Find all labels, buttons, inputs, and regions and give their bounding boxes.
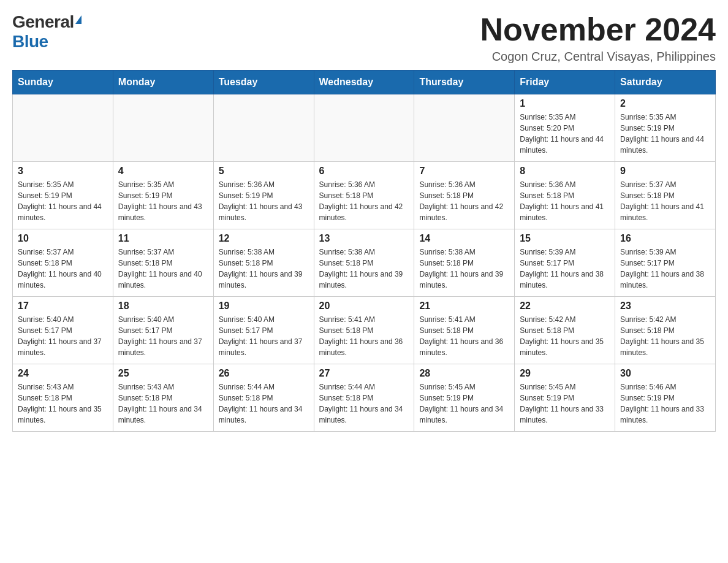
calendar-cell: 1Sunrise: 5:35 AMSunset: 5:20 PMDaylight… [515,94,615,162]
day-info: Sunrise: 5:42 AMSunset: 5:18 PMDaylight:… [520,314,610,358]
day-info: Sunrise: 5:45 AMSunset: 5:19 PMDaylight:… [419,381,509,426]
calendar-cell: 26Sunrise: 5:44 AMSunset: 5:18 PMDayligh… [213,364,314,432]
logo: General Blue [12,12,82,52]
calendar-cell: 22Sunrise: 5:42 AMSunset: 5:18 PMDayligh… [515,297,615,364]
day-info: Sunrise: 5:45 AMSunset: 5:19 PMDaylight:… [520,381,610,426]
calendar-cell: 12Sunrise: 5:38 AMSunset: 5:18 PMDayligh… [213,229,314,297]
day-number: 27 [319,368,409,379]
calendar-cell: 27Sunrise: 5:44 AMSunset: 5:18 PMDayligh… [314,364,414,432]
day-info: Sunrise: 5:36 AMSunset: 5:18 PMDaylight:… [419,179,509,223]
weekday-header-row: SundayMondayTuesdayWednesdayThursdayFrid… [13,71,716,94]
day-number: 16 [620,233,710,244]
weekday-header-saturday: Saturday [615,71,716,94]
calendar-cell: 24Sunrise: 5:43 AMSunset: 5:18 PMDayligh… [13,364,113,432]
day-number: 8 [520,166,610,177]
day-number: 12 [219,233,309,244]
day-number: 13 [319,233,409,244]
day-info: Sunrise: 5:38 AMSunset: 5:18 PMDaylight:… [319,247,409,291]
calendar-cell: 18Sunrise: 5:40 AMSunset: 5:17 PMDayligh… [113,297,213,364]
day-number: 17 [18,301,108,312]
logo-general-text: General [12,12,74,32]
calendar-table: SundayMondayTuesdayWednesdayThursdayFrid… [12,70,716,432]
day-number: 9 [620,166,710,177]
calendar-cell: 2Sunrise: 5:35 AMSunset: 5:19 PMDaylight… [615,94,716,162]
day-info: Sunrise: 5:38 AMSunset: 5:18 PMDaylight:… [219,247,309,291]
week-row-5: 24Sunrise: 5:43 AMSunset: 5:18 PMDayligh… [13,364,716,432]
day-info: Sunrise: 5:38 AMSunset: 5:18 PMDaylight:… [419,247,509,291]
weekday-header-tuesday: Tuesday [213,71,314,94]
day-number: 20 [319,301,409,312]
day-number: 1 [520,98,610,109]
page-header: General Blue November 2024 Cogon Cruz, C… [12,12,716,64]
calendar-cell [113,94,213,162]
day-info: Sunrise: 5:35 AMSunset: 5:19 PMDaylight:… [18,179,108,223]
day-info: Sunrise: 5:36 AMSunset: 5:18 PMDaylight:… [319,179,409,223]
week-row-3: 10Sunrise: 5:37 AMSunset: 5:18 PMDayligh… [13,229,716,297]
day-info: Sunrise: 5:35 AMSunset: 5:19 PMDaylight:… [118,179,208,223]
month-title: November 2024 [480,12,716,47]
calendar-cell: 5Sunrise: 5:36 AMSunset: 5:19 PMDaylight… [213,162,314,229]
day-number: 10 [18,233,108,244]
day-info: Sunrise: 5:37 AMSunset: 5:18 PMDaylight:… [118,247,208,291]
day-number: 15 [520,233,610,244]
weekday-header-monday: Monday [113,71,213,94]
day-info: Sunrise: 5:35 AMSunset: 5:19 PMDaylight:… [620,112,710,156]
calendar-cell: 13Sunrise: 5:38 AMSunset: 5:18 PMDayligh… [314,229,414,297]
calendar-cell [213,94,314,162]
day-number: 6 [319,166,409,177]
calendar-cell: 3Sunrise: 5:35 AMSunset: 5:19 PMDaylight… [13,162,113,229]
day-info: Sunrise: 5:42 AMSunset: 5:18 PMDaylight:… [620,314,710,358]
calendar-cell: 29Sunrise: 5:45 AMSunset: 5:19 PMDayligh… [515,364,615,432]
day-info: Sunrise: 5:39 AMSunset: 5:17 PMDaylight:… [520,247,610,291]
weekday-header-sunday: Sunday [13,71,113,94]
calendar-cell: 19Sunrise: 5:40 AMSunset: 5:17 PMDayligh… [213,297,314,364]
day-number: 18 [118,301,208,312]
location-title: Cogon Cruz, Central Visayas, Philippines [480,50,716,64]
calendar-cell: 6Sunrise: 5:36 AMSunset: 5:18 PMDaylight… [314,162,414,229]
calendar-cell: 8Sunrise: 5:36 AMSunset: 5:18 PMDaylight… [515,162,615,229]
day-number: 2 [620,98,710,109]
day-number: 30 [620,368,710,379]
day-number: 25 [118,368,208,379]
calendar-cell: 11Sunrise: 5:37 AMSunset: 5:18 PMDayligh… [113,229,213,297]
day-number: 21 [419,301,509,312]
calendar-cell: 15Sunrise: 5:39 AMSunset: 5:17 PMDayligh… [515,229,615,297]
weekday-header-friday: Friday [515,71,615,94]
day-info: Sunrise: 5:40 AMSunset: 5:17 PMDaylight:… [18,314,108,358]
logo-triangle-icon [75,15,82,24]
day-number: 19 [219,301,309,312]
calendar-cell: 30Sunrise: 5:46 AMSunset: 5:19 PMDayligh… [615,364,716,432]
day-info: Sunrise: 5:39 AMSunset: 5:17 PMDaylight:… [620,247,710,291]
day-info: Sunrise: 5:37 AMSunset: 5:18 PMDaylight:… [620,179,710,223]
day-info: Sunrise: 5:40 AMSunset: 5:17 PMDaylight:… [219,314,309,358]
calendar-cell [314,94,414,162]
day-number: 29 [520,368,610,379]
day-number: 3 [18,166,108,177]
week-row-1: 1Sunrise: 5:35 AMSunset: 5:20 PMDaylight… [13,94,716,162]
day-info: Sunrise: 5:46 AMSunset: 5:19 PMDaylight:… [620,381,710,426]
day-info: Sunrise: 5:35 AMSunset: 5:20 PMDaylight:… [520,112,610,156]
day-info: Sunrise: 5:41 AMSunset: 5:18 PMDaylight:… [319,314,409,358]
day-info: Sunrise: 5:44 AMSunset: 5:18 PMDaylight:… [319,381,409,426]
calendar-cell: 21Sunrise: 5:41 AMSunset: 5:18 PMDayligh… [414,297,515,364]
calendar-cell: 14Sunrise: 5:38 AMSunset: 5:18 PMDayligh… [414,229,515,297]
day-number: 26 [219,368,309,379]
weekday-header-thursday: Thursday [414,71,515,94]
calendar-cell: 17Sunrise: 5:40 AMSunset: 5:17 PMDayligh… [13,297,113,364]
day-info: Sunrise: 5:37 AMSunset: 5:18 PMDaylight:… [18,247,108,291]
title-section: November 2024 Cogon Cruz, Central Visaya… [480,12,716,64]
day-number: 22 [520,301,610,312]
day-number: 24 [18,368,108,379]
day-info: Sunrise: 5:44 AMSunset: 5:18 PMDaylight:… [219,381,309,426]
calendar-cell: 23Sunrise: 5:42 AMSunset: 5:18 PMDayligh… [615,297,716,364]
calendar-cell: 28Sunrise: 5:45 AMSunset: 5:19 PMDayligh… [414,364,515,432]
week-row-4: 17Sunrise: 5:40 AMSunset: 5:17 PMDayligh… [13,297,716,364]
day-number: 7 [419,166,509,177]
weekday-header-wednesday: Wednesday [314,71,414,94]
logo-blue-text: Blue [12,32,48,51]
day-info: Sunrise: 5:36 AMSunset: 5:18 PMDaylight:… [520,179,610,223]
calendar-cell: 7Sunrise: 5:36 AMSunset: 5:18 PMDaylight… [414,162,515,229]
calendar-cell: 16Sunrise: 5:39 AMSunset: 5:17 PMDayligh… [615,229,716,297]
day-number: 4 [118,166,208,177]
day-number: 5 [219,166,309,177]
